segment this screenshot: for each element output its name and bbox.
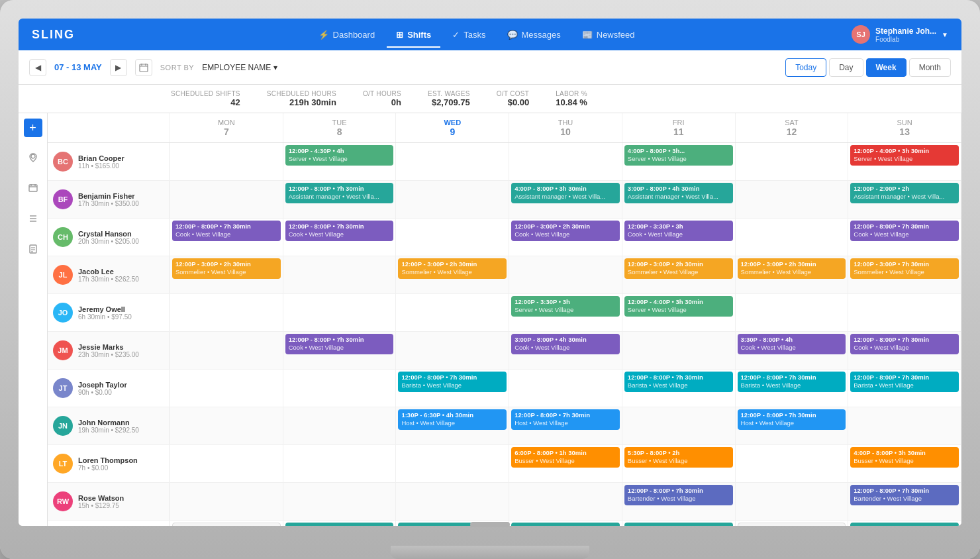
day-cell[interactable] (283, 483, 397, 520)
day-cell[interactable]: 12:00P - 8:00P • 7h 30minCook • West Vil… (848, 219, 961, 256)
shift-block[interactable]: 4:00P - 8:00P • 3h...Server • West Villa… (624, 145, 733, 166)
day-cell[interactable]: 12:00P - 8:00P • 7h 30minBartender • Wes… (848, 483, 961, 520)
employee-info[interactable]: CH Crystal Hanson 20h 30min • $205.00 (48, 219, 170, 256)
shift-block[interactable]: 3:00P - 8:00P • 4h 30minCook • West Vill… (511, 334, 620, 354)
day-cell[interactable] (396, 483, 509, 520)
day-cell[interactable]: 12:00P - 4:30P • 4hServer • West Village (283, 143, 397, 180)
employee-info[interactable]: JT Joseph Taylor 90h • $0.00 (48, 370, 170, 407)
day-view-button[interactable]: Day (829, 58, 863, 77)
day-cell[interactable]: 12:00P - 8:00P • 7h 30minBarista • West … (736, 370, 849, 407)
day-cell[interactable]: 2:00P - 8:00P • 5hAssistant manager • We… (848, 521, 961, 526)
day-cell[interactable] (736, 181, 849, 218)
day-cell[interactable]: 12:00P - 3:00P • 2h 30minSommelier • Wes… (396, 256, 509, 293)
shift-block[interactable]: 12:00P - 8:00P • 7h 30minCook • West Vil… (172, 221, 281, 241)
day-cell[interactable]: 3:30P - 8:00P • 4hCook • West Village (736, 332, 849, 369)
day-cell[interactable]: 12:00P - 8:00P • 7h 30minHost • West Vil… (509, 407, 622, 444)
employee-info[interactable]: BC Brian Cooper 11h • $165.00 (48, 143, 170, 180)
shift-block[interactable]: 12:00P - 8:00P • 7h 30minAssistant manag… (285, 183, 394, 203)
employee-info[interactable]: SJ Stephanie Johnson 40h • $800.00 (48, 521, 170, 526)
shift-block[interactable]: 12:00P - 4:00P • 3h 30minServer • West V… (624, 296, 733, 317)
day-cell[interactable]: 12:00P - 3:00P • 2h 30minSommelier • Wes… (736, 256, 849, 293)
shift-block[interactable]: 12:00P - 8:00P • 7h 30minHost • West Vil… (511, 409, 620, 430)
day-cell[interactable]: 12:00P - 8:00P • 7h 30minAssistant manag… (283, 181, 397, 218)
day-cell[interactable]: 12:00P - 3:30P • 3hCook • West Village (622, 219, 736, 256)
shift-block[interactable]: 12:00P - 3:30P • 3hServer • West Village (511, 296, 620, 317)
day-cell[interactable]: 5:30P - 8:00P • 2hBusser • West Village (622, 445, 736, 482)
day-cell[interactable] (170, 294, 283, 331)
day-cell[interactable]: 12:00P - 3:00P • 2h 30minSommelier • Wes… (622, 256, 736, 293)
day-cell[interactable] (509, 483, 622, 520)
nav-dashboard[interactable]: ⚡ Dashboard (309, 26, 385, 44)
day-cell[interactable] (170, 181, 283, 218)
shift-block[interactable]: 5:30P - 8:00P • 2hBusser • West Village (624, 447, 733, 468)
day-cell[interactable]: 12:00P - 3:30P • 3hServer • West Village (509, 294, 622, 331)
day-cell[interactable] (283, 370, 397, 407)
day-cell[interactable]: 12:00P - 8:00P • 7h 30minBarista • West … (622, 370, 736, 407)
day-cell[interactable] (622, 407, 736, 444)
nav-shifts[interactable]: ⊞ Shifts (387, 26, 440, 44)
day-cell[interactable]: 12:00P - 4:00P • 3h 30minAssistant manag… (622, 521, 736, 526)
day-cell[interactable]: 12:00P - 8:00P • 7h 30minBarista • West … (396, 370, 509, 407)
day-cell[interactable] (396, 181, 509, 218)
sidebar-location-icon[interactable] (23, 148, 43, 168)
employee-info[interactable]: JO Jeremy Owell 6h 30min • $97.50 (48, 294, 170, 331)
shift-block[interactable]: 1:30P - 6:30P • 4h 30minHost • West Vill… (398, 409, 507, 430)
day-cell[interactable] (170, 445, 283, 482)
day-cell[interactable]: 12:00P - 3:00P • 2h 30minCook • West Vil… (509, 219, 622, 256)
shift-block[interactable]: 12:00P - 4:30P • 4hServer • West Village (285, 145, 394, 166)
day-cell[interactable] (509, 256, 622, 293)
shift-block[interactable]: 3:00P - 8:00P • 4h 30minAssistant manage… (624, 183, 733, 203)
shift-block[interactable]: 12:00P - 3:30P • 3hCook • West Village (624, 221, 733, 241)
employee-info[interactable]: BF Benjamin Fisher 17h 30min • $350.00 (48, 181, 170, 218)
day-cell[interactable] (396, 445, 509, 482)
nav-messages[interactable]: 💬 Messages (498, 26, 570, 44)
day-cell[interactable] (170, 143, 283, 180)
shift-block[interactable]: 12:00P - 3:00P • 2h 30minCook • West Vil… (511, 221, 620, 241)
month-view-button[interactable]: Month (909, 58, 951, 77)
prev-week-button[interactable]: ◀ (29, 59, 46, 76)
day-cell[interactable] (170, 407, 283, 444)
day-cell[interactable]: 12:00P - 4:00P • 3h 30minServer • West V… (622, 294, 736, 331)
day-cell[interactable]: 1:30P - 6:30P • 4h 30minHost • West Vill… (396, 407, 509, 444)
day-cell[interactable]: 12:00P - 4:00P • 3h 30minServer • West V… (848, 143, 961, 180)
week-view-button[interactable]: Week (866, 58, 906, 77)
shift-block[interactable]: 4:00P - 8:00P • 3h 30minBusser • West Vi… (850, 447, 959, 468)
day-cell[interactable]: 12:00P - 8:00P • 7h 30minHost • West Vil… (736, 407, 849, 444)
day-cell[interactable]: 12:00P - 3:00P • 2h 30minSommelier • Wes… (170, 256, 283, 293)
day-cell[interactable]: 10:00A - 8:00P • 9h 30minAssistant manag… (283, 521, 397, 526)
shift-block[interactable]: 12:00P - 4:00P • 3h 30minServer • West V… (850, 145, 959, 166)
day-cell[interactable] (396, 143, 509, 180)
day-cell[interactable]: 12:00P - 8:00P • 7h 30minCook • West Vil… (283, 332, 397, 369)
nav-tasks[interactable]: ✓ Tasks (443, 26, 495, 44)
calendar-button[interactable] (135, 59, 152, 76)
shift-block[interactable]: 12:00P - 4:00P • 3h 30minAssistant manag… (624, 523, 733, 526)
day-cell[interactable]: 4:00P - 8:00P • 3h...Server • West Villa… (622, 143, 736, 180)
sidebar-schedule-icon[interactable] (23, 178, 43, 198)
day-cell[interactable]: 3:00P - 8:00P • 4h 30minAssistant manage… (622, 181, 736, 218)
shift-block[interactable]: 12:00P - 3:00P • 2h 30minSommelier • Wes… (172, 258, 281, 279)
shift-block[interactable]: 12:00P - 8:00P • 7h 30minHost • West Vil… (738, 409, 846, 430)
day-cell[interactable] (736, 445, 849, 482)
day-cell[interactable] (622, 332, 736, 369)
sidebar-list-icon[interactable] (23, 209, 43, 229)
shift-block[interactable]: 12:00P - 8:00P • 7h 30minBartender • Wes… (850, 485, 959, 505)
day-cell[interactable]: All dayUnavailable (170, 521, 283, 526)
day-cell[interactable]: 10:00A - 8:00P • 9h 30minAssistant manag… (509, 521, 622, 526)
shift-block[interactable]: 4:00P - 8:00P • 3h 30minAssistant manage… (511, 183, 620, 203)
shift-block[interactable]: 12:00P - 8:00P • 7h 30minCook • West Vil… (850, 221, 959, 241)
shift-block[interactable]: 10:00A - 8:00P • 9h 30minAssistant manag… (285, 523, 394, 526)
shift-block[interactable]: 12:00P - 3:00P • 7h 30minSommelier • Wes… (850, 258, 959, 279)
day-cell[interactable]: 12:00P - 3:00P • 7h 30minSommelier • Wes… (848, 256, 961, 293)
day-cell[interactable]: 12:00P - 8:00P • 7h 30minCook • West Vil… (170, 219, 283, 256)
employee-info[interactable]: RW Rose Watson 15h • $129.75 (48, 483, 170, 520)
employee-info[interactable]: LT Loren Thompson 7h • $0.00 (48, 445, 170, 482)
day-cell[interactable]: 3:00P - 6:00P • 3hUnavailable12:00P - 3:… (736, 521, 849, 526)
employee-info[interactable]: JL Jacob Lee 17h 30min • $262.50 (48, 256, 170, 293)
day-cell[interactable] (283, 445, 397, 482)
day-cell[interactable] (283, 256, 397, 293)
employee-info[interactable]: JN John Normann 19h 30min • $292.50 (48, 407, 170, 444)
shift-block[interactable]: 12:00P - 3:00P • 2h 30minSommelier • Wes… (398, 258, 507, 279)
shift-block[interactable]: 3:30P - 8:00P • 4hCook • West Village (738, 334, 846, 354)
employee-info[interactable]: JM Jessie Marks 23h 30min • $235.00 (48, 332, 170, 369)
shift-block[interactable]: 12:00P - 3:00P • 2h 30minSommelier • Wes… (624, 258, 733, 279)
